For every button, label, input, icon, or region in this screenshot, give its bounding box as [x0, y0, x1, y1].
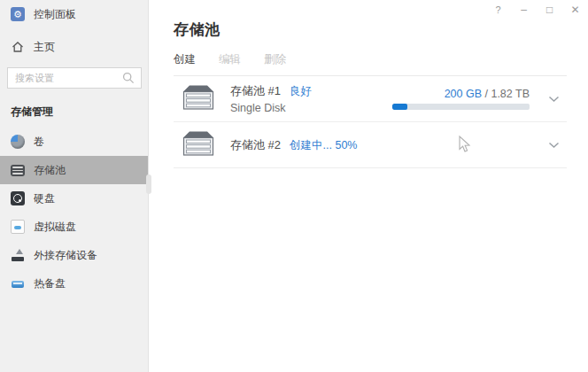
main-panel: 存储池 创建 编辑 删除 存储池 #1良好 Single D	[149, 0, 588, 372]
pool-row-2[interactable]: 存储池 #2创建中... 50%	[174, 122, 567, 168]
sidebar-item-hdd[interactable]: 硬盘	[0, 184, 148, 213]
nav-label: 热备盘	[34, 276, 66, 291]
sidebar-item-external-storage[interactable]: 外接存储设备	[0, 241, 148, 269]
page-title: 存储池	[174, 19, 567, 40]
usage-progress-fill	[392, 104, 407, 110]
close-button[interactable]: ✕	[562, 0, 588, 19]
create-button[interactable]: 创建	[174, 52, 196, 67]
nav-label: 虚拟磁盘	[34, 220, 76, 235]
search-icon[interactable]	[122, 72, 135, 88]
chevron-down-icon[interactable]	[540, 142, 567, 149]
search-box	[7, 67, 141, 89]
pool-status: 良好	[290, 85, 312, 97]
section-storage-management: 存储管理	[0, 105, 148, 120]
sidebar-item-volume[interactable]: 卷	[0, 128, 148, 156]
pool-status: 创建中... 50%	[290, 139, 357, 151]
sidebar-item-virtual-disk[interactable]: 虚拟磁盘	[0, 213, 148, 241]
usage-used: 200 GB	[445, 88, 482, 100]
app-title: 控制面板	[34, 7, 76, 22]
pool-info: 存储池 #1良好 Single Disk	[230, 83, 392, 114]
home-icon	[11, 40, 25, 54]
help-button[interactable]: ?	[485, 0, 511, 19]
pool-usage: 200 GB / 1.82 TB	[392, 88, 530, 110]
chevron-down-icon[interactable]	[540, 96, 567, 103]
minimize-button[interactable]: –	[511, 0, 537, 19]
sidebar: ⚙ 控制面板 主页 存储管理	[0, 0, 149, 372]
gear-icon: ⚙	[11, 7, 25, 21]
delete-button[interactable]: 删除	[264, 52, 286, 67]
nav-label: 外接存储设备	[34, 248, 97, 263]
home-label: 主页	[34, 40, 55, 55]
pool-row-1[interactable]: 存储池 #1良好 Single Disk 200 GB / 1.82 TB	[174, 76, 567, 122]
hot-spare-icon	[11, 276, 25, 291]
disk-array-icon	[182, 129, 215, 161]
pool-name: 存储池 #2	[230, 138, 281, 151]
app-header-control-panel[interactable]: ⚙ 控制面板	[0, 4, 148, 25]
usage-total: / 1.82 TB	[482, 88, 530, 100]
sidebar-nav: 卷 存储池 硬盘 虚拟磁盘 外接存储设备 热备盘	[0, 128, 148, 298]
nav-label: 存储池	[34, 163, 66, 178]
nav-label: 卷	[34, 135, 44, 150]
virtual-disk-icon	[11, 220, 25, 234]
pool-name: 存储池 #1	[230, 84, 281, 97]
window-controls: ? – □ ✕	[485, 0, 588, 19]
sidebar-collapse-handle[interactable]	[146, 174, 151, 194]
volume-pie-icon	[11, 135, 25, 149]
sidebar-item-home[interactable]: 主页	[0, 35, 148, 58]
pool-raid-type: Single Disk	[230, 102, 392, 114]
sidebar-item-storage-pool[interactable]: 存储池	[0, 156, 148, 184]
pool-info: 存储池 #2创建中... 50%	[230, 137, 540, 153]
sidebar-item-hot-spare[interactable]: 热备盘	[0, 269, 148, 298]
nav-label: 硬盘	[34, 191, 55, 206]
toolbar: 创建 编辑 删除	[174, 52, 567, 76]
storage-pool-stack-icon	[11, 163, 25, 177]
hdd-icon	[11, 191, 25, 205]
external-storage-icon	[11, 248, 25, 262]
edit-button[interactable]: 编辑	[219, 52, 241, 67]
usage-progress-bar	[392, 104, 530, 110]
disk-array-icon	[182, 83, 215, 115]
app-window: ⚙ 控制面板 主页 存储管理	[0, 0, 588, 372]
maximize-button[interactable]: □	[537, 0, 562, 19]
